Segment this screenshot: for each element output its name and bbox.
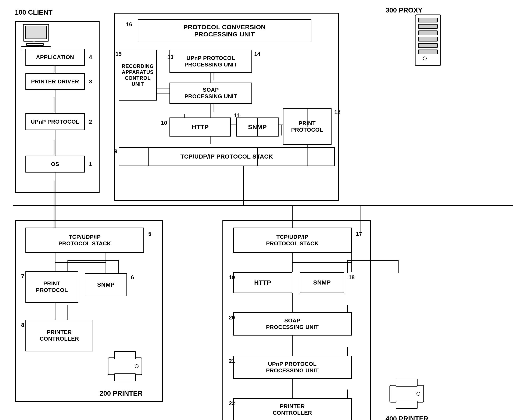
tcp-udp-printer200-text: TCP/UDP/IP PROTOCOL STACK xyxy=(59,234,111,247)
ref-18: 18 xyxy=(348,274,355,281)
ref-6: 6 xyxy=(131,274,134,281)
upnp-printer400-box: UPnP PROTOCOL PROCESSING UNIT xyxy=(233,356,352,379)
printer-controller-400-box: PRINTER CONTROLLER xyxy=(233,398,352,420)
svg-rect-37 xyxy=(418,31,437,35)
snmp-printer200-box: SNMP xyxy=(85,273,127,296)
ref-5: 5 xyxy=(148,231,151,237)
ref-17: 17 xyxy=(356,231,362,237)
ref-7: 7 xyxy=(21,273,24,280)
upnp-proxy-text: UPnP PROTOCOL PROCESSING UNIT xyxy=(184,55,237,68)
snmp-proxy-box: SNMP xyxy=(236,117,279,137)
svg-rect-36 xyxy=(418,24,437,29)
soap-proxy-text: SOAP PROCESSING UNIT xyxy=(184,87,237,100)
soap-printer400-box: SOAP PROCESSING UNIT xyxy=(233,312,352,335)
proxy-server-icon xyxy=(409,13,451,76)
upnp-protocol-proxy-box: UPnP PROTOCOL PROCESSING UNIT xyxy=(170,50,252,73)
tcp-udp-ip-printer400-box: TCP/UDP/IP PROTOCOL STACK xyxy=(233,228,352,253)
svg-rect-43 xyxy=(114,352,136,359)
tcp-udp-printer400-text: TCP/UDP/IP PROTOCOL STACK xyxy=(266,234,319,247)
svg-rect-35 xyxy=(418,18,437,22)
ref-2: 2 xyxy=(89,118,92,125)
printer400-icon xyxy=(385,377,428,413)
svg-rect-47 xyxy=(396,379,417,386)
http-proxy-box: HTTP xyxy=(170,117,231,137)
printer-controller-400-text: PRINTER CONTROLLER xyxy=(273,403,312,416)
recording-apparatus-text: RECORDING APPARATUS CONTROL UNIT xyxy=(121,63,154,87)
svg-rect-29 xyxy=(25,26,47,39)
print-protocol-printer200-box: PRINT PROTOCOL xyxy=(25,271,78,303)
ref-22: 22 xyxy=(229,400,235,407)
svg-point-49 xyxy=(417,392,420,395)
protocol-conversion-text: PROTOCOL CONVERSION PROCESSING UNIT xyxy=(183,23,266,38)
recording-apparatus-box: RECORDING APPARATUS CONTROL UNIT xyxy=(119,50,157,101)
printer-controller-200-box: PRINTER CONTROLLER xyxy=(25,320,93,352)
ref-3: 3 xyxy=(89,78,92,85)
ref-16: 16 xyxy=(126,21,132,28)
ref-12: 12 xyxy=(334,109,340,116)
http-printer400-box: HTTP xyxy=(233,272,292,293)
upnp-printer400-text: UPnP PROTOCOL PROCESSING UNIT xyxy=(266,361,319,374)
svg-rect-39 xyxy=(418,43,437,48)
application-box: APPLICATION xyxy=(25,49,85,66)
ref-20: 20 xyxy=(229,314,235,321)
ref-11: 11 xyxy=(234,112,240,119)
ref-21: 21 xyxy=(229,358,235,364)
soap-printer400-text: SOAP PROCESSING UNIT xyxy=(266,317,319,331)
svg-rect-48 xyxy=(396,401,417,409)
print-protocol-proxy-box: PRINT PROTOCOL xyxy=(283,108,332,145)
svg-rect-44 xyxy=(114,374,136,381)
printer200-label: 200 PRINTER xyxy=(100,390,142,397)
printer-controller-200-text: PRINTER CONTROLLER xyxy=(40,329,79,342)
snmp-printer400-box: SNMP xyxy=(300,272,344,293)
svg-point-41 xyxy=(423,57,426,60)
tcp-udp-ip-printer200-box: TCP/UDP/IP PROTOCOL STACK xyxy=(25,228,144,253)
svg-point-45 xyxy=(135,364,138,368)
svg-rect-33 xyxy=(27,43,43,46)
ref-10: 10 xyxy=(161,120,167,126)
printer400-label: 400 PRINTER xyxy=(385,415,429,420)
ref-15: 15 xyxy=(115,51,121,57)
ref-9: 9 xyxy=(114,148,117,155)
ref-14: 14 xyxy=(254,51,260,57)
os-box: OS xyxy=(25,156,85,173)
computer-icon xyxy=(21,22,53,50)
ref-19: 19 xyxy=(229,274,235,281)
upnp-protocol-client-box: UPnP PROTOCOL xyxy=(25,113,85,130)
print-protocol-proxy-text: PRINT PROTOCOL xyxy=(291,120,323,133)
diagram: 100 CLIENT APPLICATION 4 PRINTER DRIVER … xyxy=(0,0,526,420)
print-protocol-200-text: PRINT PROTOCOL xyxy=(36,280,68,293)
ref-4: 4 xyxy=(89,54,92,60)
client-label: 100 CLIENT xyxy=(15,9,52,16)
svg-rect-40 xyxy=(418,50,437,54)
ref-8: 8 xyxy=(21,322,24,328)
svg-rect-38 xyxy=(418,37,437,41)
printer-driver-box: PRINTER DRIVER xyxy=(25,73,85,90)
tcp-udp-ip-proxy-box: TCP/UDP/IP PROTOCOL STACK xyxy=(119,147,335,166)
protocol-conversion-box: PROTOCOL CONVERSION PROCESSING UNIT xyxy=(138,19,311,42)
printer200-icon xyxy=(104,349,146,385)
ref-1: 1 xyxy=(89,161,92,167)
soap-proxy-box: SOAP PROCESSING UNIT xyxy=(170,83,252,104)
ref-13: 13 xyxy=(167,54,173,60)
